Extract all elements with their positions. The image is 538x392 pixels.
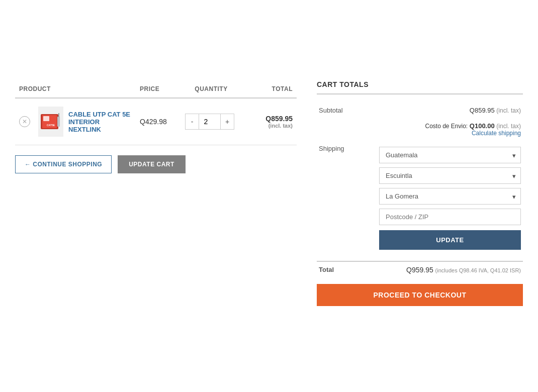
costo-label: Costo de Envio:	[425, 123, 468, 130]
svg-rect-5	[58, 113, 59, 117]
update-cart-button[interactable]: UPDATE CART	[118, 155, 186, 173]
shipping-cost-note: (incl. tax)	[496, 123, 521, 130]
remove-item-button[interactable]: ✕	[19, 116, 30, 127]
country-select[interactable]: Guatemala Mexico Honduras	[379, 147, 521, 163]
product-total-note: (incl. tax)	[245, 123, 293, 129]
city-select-wrapper: La Gomera Escuintla	[379, 188, 521, 205]
table-row: ✕ CAT5E	[15, 98, 297, 145]
shipping-cost-value-cell: Costo de Envio: Q100.00 (incl. tax) Calc…	[377, 118, 523, 141]
svg-text:CAT5E: CAT5E	[47, 124, 55, 127]
totals-table: Subtotal Q859.95 (incl. tax) Costo de En…	[317, 103, 523, 278]
total-value-cell: Q959.95 (includes Q98.46 IVA, Q41.02 ISR…	[377, 261, 523, 278]
subtotal-note: (incl. tax)	[496, 107, 521, 114]
svg-rect-4	[57, 117, 60, 127]
postcode-input[interactable]	[379, 209, 521, 225]
subtotal-row: Subtotal Q859.95 (incl. tax)	[317, 103, 523, 118]
shipping-cost-label-cell	[317, 118, 377, 141]
cart-actions: ← CONTINUE SHOPPING UPDATE CART	[15, 155, 297, 173]
product-price: Q429.98	[140, 118, 167, 126]
continue-shopping-button[interactable]: ← CONTINUE SHOPPING	[15, 155, 112, 173]
product-col-header: PRODUCT	[15, 80, 136, 98]
price-col-header: PRICE	[136, 80, 181, 98]
shipping-label: Shipping	[317, 141, 377, 261]
shipping-cost-amount: Q100.00	[470, 122, 495, 130]
cart-section: PRODUCT PRICE QUANTITY TOTAL ✕	[15, 80, 297, 306]
total-amount: Q959.95	[406, 266, 433, 274]
shipping-cost-row: Costo de Envio: Q100.00 (incl. tax) Calc…	[317, 118, 523, 141]
product-name: CABLE UTP CAT 5E INTERIOR NEXTLINK	[68, 111, 132, 133]
total-label: Total	[317, 261, 377, 278]
quantity-input[interactable]	[199, 114, 220, 130]
product-total-cell: Q859.95 (incl. tax)	[241, 98, 297, 145]
update-shipping-button[interactable]: UPDATE	[379, 230, 521, 250]
shipping-section: Guatemala Mexico Honduras Escuintla Guat…	[379, 147, 521, 257]
product-price-cell: Q429.98	[136, 98, 181, 145]
quantity-col-header: QUANTITY	[181, 80, 241, 98]
quantity-cell: - +	[181, 98, 241, 145]
state-select-wrapper: Escuintla Guatemala	[379, 167, 521, 184]
product-total-value: Q859.95	[265, 115, 293, 123]
total-row: Total Q959.95 (includes Q98.46 IVA, Q41.…	[317, 261, 523, 278]
shipping-controls: Guatemala Mexico Honduras Escuintla Guat…	[377, 141, 523, 261]
total-col-header: TOTAL	[241, 80, 297, 98]
city-select[interactable]: La Gomera Escuintla	[379, 188, 521, 205]
quantity-controls: - +	[185, 114, 237, 130]
quantity-increase-button[interactable]: +	[220, 114, 234, 130]
product-total: Q859.95 (incl. tax)	[245, 115, 293, 129]
state-select[interactable]: Escuintla Guatemala	[379, 167, 521, 184]
subtotal-value: Q859.95 (incl. tax)	[377, 103, 523, 118]
product-image-icon: CAT5E	[38, 109, 63, 134]
cart-totals-section: CART TOTALS Subtotal Q859.95 (incl. tax)…	[317, 80, 523, 306]
shipping-row: Shipping Guatemala Mexico Honduras	[317, 141, 523, 261]
total-includes: (includes Q98.46 IVA, Q41.02 ISR)	[435, 267, 521, 273]
cart-table: PRODUCT PRICE QUANTITY TOTAL ✕	[15, 80, 297, 145]
subtotal-amount: Q859.95	[470, 107, 495, 114]
calculate-shipping-link[interactable]: Calculate shipping	[379, 130, 521, 137]
svg-rect-2	[43, 116, 49, 121]
country-select-wrapper: Guatemala Mexico Honduras	[379, 147, 521, 163]
product-thumbnail: CAT5E	[38, 107, 63, 137]
quantity-decrease-button[interactable]: -	[185, 114, 199, 130]
cart-totals-title: CART TOTALS	[317, 80, 523, 94]
proceed-to-checkout-button[interactable]: PROCEED TO CHECKOUT	[317, 284, 523, 306]
subtotal-label: Subtotal	[317, 103, 377, 118]
